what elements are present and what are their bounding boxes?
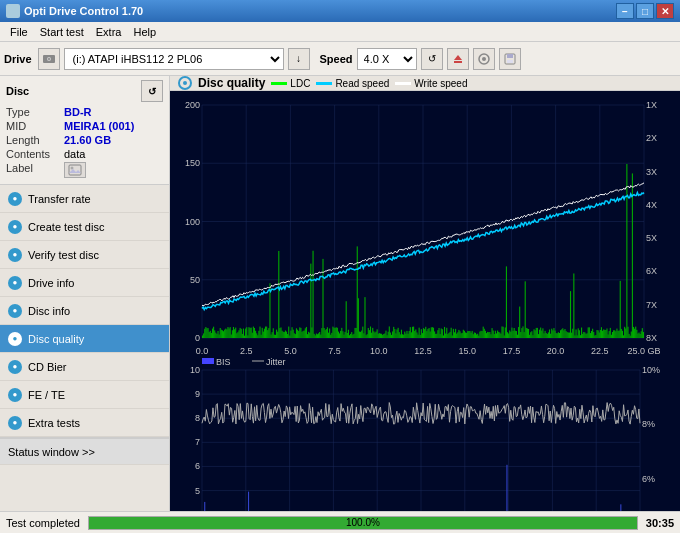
- sidebar-item-drive-info[interactable]: ● Drive info: [0, 269, 169, 297]
- legend-read-speed: Read speed: [316, 78, 389, 89]
- progress-text: 100.0%: [89, 517, 637, 529]
- progress-bar: 100.0%: [88, 516, 638, 530]
- sidebar-item-label: Transfer rate: [28, 193, 91, 205]
- disc-quality-title: Disc quality: [198, 76, 265, 90]
- mid-label: MID: [6, 120, 64, 132]
- sidebar-nav: ● Transfer rate ● Create test disc ● Ver…: [0, 185, 169, 511]
- status-time: 30:35: [646, 517, 674, 529]
- legend-ldc-color: [271, 82, 287, 85]
- svg-rect-10: [69, 165, 81, 175]
- type-label: Type: [6, 106, 64, 118]
- chart-area: Disc quality LDC Read speed Write speed: [170, 76, 680, 511]
- minimize-button[interactable]: −: [616, 3, 634, 19]
- type-value: BD-R: [64, 106, 92, 118]
- sidebar-item-verify-test-disc[interactable]: ● Verify test disc: [0, 241, 169, 269]
- label-label: Label: [6, 162, 64, 178]
- disc-quality-icon-header: [178, 76, 192, 90]
- sidebar-item-disc-info[interactable]: ● Disc info: [0, 297, 169, 325]
- svg-marker-3: [454, 55, 462, 60]
- statusbar: Test completed 100.0% 30:35: [0, 511, 680, 533]
- status-window-btn[interactable]: Status window >>: [0, 437, 169, 465]
- disc-info-icon: ●: [8, 304, 22, 318]
- cd-bier-icon: ●: [8, 360, 22, 374]
- menu-start-test[interactable]: Start test: [34, 24, 90, 40]
- titlebar-buttons: − □ ✕: [616, 3, 674, 19]
- titlebar: Opti Drive Control 1.70 − □ ✕: [0, 0, 680, 22]
- lower-chart: [170, 356, 680, 511]
- menu-file[interactable]: File: [4, 24, 34, 40]
- disc-refresh-btn[interactable]: ↺: [141, 80, 163, 102]
- disc-type-row: Type BD-R: [6, 106, 163, 118]
- drive-select[interactable]: (i:) ATAPI iHBS112 2 PL06: [64, 48, 284, 70]
- sidebar-item-label: Extra tests: [28, 417, 80, 429]
- sidebar-item-label: Drive info: [28, 277, 74, 289]
- disc-length-row: Length 21.60 GB: [6, 134, 163, 146]
- maximize-button[interactable]: □: [636, 3, 654, 19]
- extra-tests-icon: ●: [8, 416, 22, 430]
- legend-read-speed-color: [316, 82, 332, 85]
- label-image-btn[interactable]: [64, 162, 86, 178]
- contents-label: Contents: [6, 148, 64, 160]
- sidebar-item-label: FE / TE: [28, 389, 65, 401]
- charts-container: [170, 91, 680, 511]
- svg-rect-4: [454, 61, 462, 63]
- disc-contents-row: Contents data: [6, 148, 163, 160]
- menubar: File Start test Extra Help: [0, 22, 680, 42]
- sidebar-item-disc-quality[interactable]: ● Disc quality: [0, 325, 169, 353]
- legend-write-speed-color: [395, 82, 411, 85]
- svg-point-6: [482, 57, 486, 61]
- upper-chart: [170, 91, 680, 356]
- main-content: Disc ↺ Type BD-R MID MEIRA1 (001) Length…: [0, 76, 680, 511]
- close-button[interactable]: ✕: [656, 3, 674, 19]
- legend-write-speed: Write speed: [395, 78, 467, 89]
- svg-point-14: [183, 81, 187, 85]
- app-title: Opti Drive Control 1.70: [24, 5, 616, 17]
- drive-icon-btn[interactable]: [38, 48, 60, 70]
- disc-title: Disc: [6, 85, 29, 97]
- sidebar-item-create-test-disc[interactable]: ● Create test disc: [0, 213, 169, 241]
- status-text: Test completed: [6, 517, 80, 529]
- eject-btn[interactable]: [447, 48, 469, 70]
- disc-btn[interactable]: [473, 48, 495, 70]
- speed-select[interactable]: 4.0 X: [357, 48, 417, 70]
- toolbar: Drive (i:) ATAPI iHBS112 2 PL06 ↓ Speed …: [0, 42, 680, 76]
- disc-header: Disc ↺: [6, 80, 163, 102]
- svg-rect-8: [507, 54, 513, 58]
- sidebar-item-label: Verify test disc: [28, 249, 99, 261]
- fe-te-icon: ●: [8, 388, 22, 402]
- sidebar-item-label: Create test disc: [28, 221, 104, 233]
- menu-help[interactable]: Help: [127, 24, 162, 40]
- disc-quality-header: Disc quality LDC Read speed Write speed: [170, 76, 680, 91]
- legend-ldc: LDC: [271, 78, 310, 89]
- sidebar-item-cd-bier[interactable]: ● CD Bier: [0, 353, 169, 381]
- length-label: Length: [6, 134, 64, 146]
- mid-value: MEIRA1 (001): [64, 120, 134, 132]
- sidebar-item-label: Disc info: [28, 305, 70, 317]
- sidebar-item-label: Disc quality: [28, 333, 84, 345]
- speed-label: Speed: [320, 53, 353, 65]
- sidebar-item-label: CD Bier: [28, 361, 67, 373]
- sidebar: Disc ↺ Type BD-R MID MEIRA1 (001) Length…: [0, 76, 170, 511]
- contents-value: data: [64, 148, 85, 160]
- verify-test-disc-icon: ●: [8, 248, 22, 262]
- drive-info-icon: ●: [8, 276, 22, 290]
- sidebar-item-fe-te[interactable]: ● FE / TE: [0, 381, 169, 409]
- drive-label: Drive: [4, 53, 32, 65]
- create-test-disc-icon: ●: [8, 220, 22, 234]
- svg-rect-9: [507, 60, 513, 63]
- disc-info-panel: Disc ↺ Type BD-R MID MEIRA1 (001) Length…: [0, 76, 169, 185]
- drive-refresh-btn[interactable]: ↓: [288, 48, 310, 70]
- save-btn[interactable]: [499, 48, 521, 70]
- status-window-label: Status window >>: [8, 446, 95, 458]
- length-value: 21.60 GB: [64, 134, 111, 146]
- svg-point-2: [48, 58, 50, 60]
- sidebar-item-extra-tests[interactable]: ● Extra tests: [0, 409, 169, 437]
- speed-apply-btn[interactable]: ↺: [421, 48, 443, 70]
- menu-extra[interactable]: Extra: [90, 24, 128, 40]
- disc-mid-row: MID MEIRA1 (001): [6, 120, 163, 132]
- app-icon: [6, 4, 20, 18]
- disc-quality-icon: ●: [8, 332, 22, 346]
- sidebar-item-transfer-rate[interactable]: ● Transfer rate: [0, 185, 169, 213]
- disc-label-row: Label: [6, 162, 163, 178]
- svg-marker-12: [69, 169, 81, 173]
